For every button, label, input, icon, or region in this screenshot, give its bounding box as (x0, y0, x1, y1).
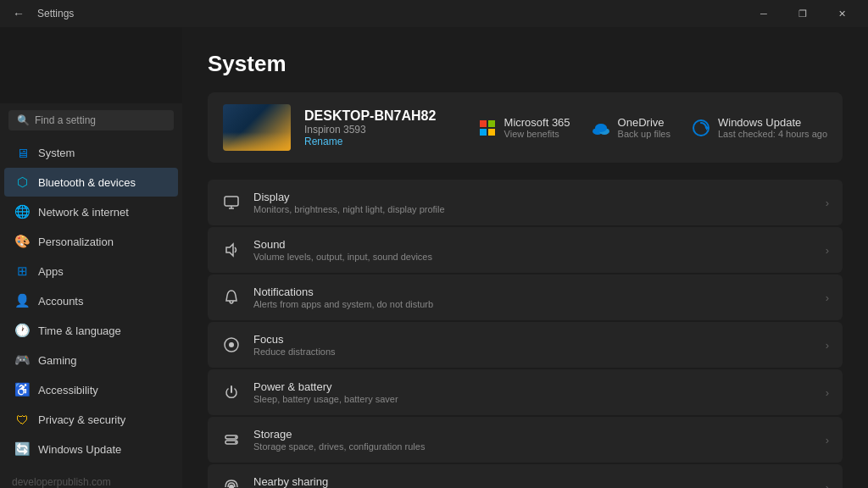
main-content: System DESKTOP-BN7AH82 Inspiron 3593 Ren… (182, 27, 868, 488)
nearby-settings-text: Nearby sharingDiscoverability, received … (253, 475, 814, 488)
service-onedrive[interactable]: OneDriveBack up files (591, 116, 670, 139)
svg-point-6 (595, 124, 607, 132)
apps-nav-icon: ⊞ (14, 263, 30, 279)
svg-rect-0 (480, 120, 487, 127)
watermark: developerpublish.com (0, 464, 182, 488)
windows-update-nav-icon: 🔄 (14, 441, 30, 457)
personalization-nav-label: Personalization (38, 236, 114, 248)
display-settings-icon (221, 192, 242, 213)
focus-settings-icon (221, 335, 242, 355)
nearby-settings-title: Nearby sharing (253, 475, 814, 488)
sidebar-item-apps[interactable]: ⊞Apps (4, 257, 178, 286)
svg-rect-1 (488, 120, 495, 127)
privacy-nav-icon: 🛡 (14, 412, 30, 427)
settings-item-power[interactable]: Power & batterySleep, battery usage, bat… (208, 369, 843, 415)
display-settings-sub: Monitors, brightness, night light, displ… (253, 204, 814, 214)
focus-chevron-icon: › (826, 339, 829, 352)
power-settings-icon (221, 382, 242, 402)
apps-nav-label: Apps (38, 265, 64, 278)
bluetooth-nav-label: Bluetooth & devices (38, 176, 136, 189)
focus-settings-title: Focus (253, 333, 814, 346)
accounts-nav-label: Accounts (38, 295, 83, 308)
service-winupdate[interactable]: Windows UpdateLast checked: 4 hours ago (691, 116, 827, 139)
app-body: 🔍 Find a setting 🖥System⬡Bluetooth & dev… (0, 27, 868, 488)
settings-item-nearby[interactable]: Nearby sharingDiscoverability, received … (208, 464, 843, 488)
sidebar-item-personalization[interactable]: 🎨Personalization (4, 227, 178, 256)
accessibility-nav-label: Accessibility (38, 384, 98, 396)
winupdate-logo-icon (691, 118, 711, 138)
settings-item-sound[interactable]: SoundVolume levels, output, input, sound… (208, 227, 843, 273)
focus-settings-text: FocusReduce distractions (253, 333, 814, 357)
svg-point-18 (235, 441, 236, 443)
settings-item-focus[interactable]: FocusReduce distractions› (208, 322, 843, 368)
power-settings-sub: Sleep, battery usage, battery saver (253, 394, 814, 404)
sidebar-item-time[interactable]: 🕐Time & language (4, 316, 178, 345)
onedrive-text: OneDriveBack up files (618, 116, 670, 139)
settings-item-notifications[interactable]: NotificationsAlerts from apps and system… (208, 274, 843, 320)
privacy-nav-label: Privacy & security (38, 413, 125, 426)
storage-settings-text: StorageStorage space, drives, configurat… (253, 428, 814, 452)
svg-rect-2 (480, 129, 487, 136)
sidebar-item-bluetooth[interactable]: ⬡Bluetooth & devices (4, 168, 178, 197)
settings-item-storage[interactable]: StorageStorage space, drives, configurat… (208, 417, 843, 463)
sidebar-item-network[interactable]: 🌐Network & internet (4, 197, 178, 226)
storage-settings-sub: Storage space, drives, configuration rul… (253, 441, 814, 452)
sidebar-item-accounts[interactable]: 👤Accounts (4, 286, 178, 315)
nearby-chevron-icon: › (826, 481, 829, 489)
service-ms365[interactable]: Microsoft 365View benefits (477, 116, 570, 139)
display-settings-title: Display (253, 191, 814, 203)
settings-item-display[interactable]: DisplayMonitors, brightness, night light… (208, 180, 843, 225)
accessibility-nav-icon: ♿ (14, 382, 30, 397)
storage-settings-icon (221, 430, 242, 450)
sidebar-item-privacy[interactable]: 🛡Privacy & security (4, 405, 178, 434)
sound-settings-title: Sound (253, 238, 814, 251)
personalization-nav-icon: 🎨 (14, 234, 30, 249)
onedrive-subtitle: Back up files (618, 129, 670, 139)
onedrive-logo-icon (591, 118, 611, 138)
system-model: Inspiron 3593 (304, 124, 464, 136)
system-nav-icon: 🖥 (14, 145, 30, 160)
sound-settings-sub: Volume levels, output, input, sound devi… (253, 252, 814, 262)
network-nav-icon: 🌐 (14, 204, 30, 219)
svg-marker-12 (226, 244, 233, 256)
system-card: DESKTOP-BN7AH82 Inspiron 3593 Rename Mic… (208, 92, 843, 163)
sound-settings-text: SoundVolume levels, output, input, sound… (253, 238, 814, 262)
page-title: System (208, 51, 843, 77)
sound-chevron-icon: › (826, 244, 829, 257)
sidebar-item-windows-update[interactable]: 🔄Windows Update (4, 435, 178, 463)
ms365-title: Microsoft 365 (504, 116, 570, 129)
sidebar-item-system[interactable]: 🖥System (4, 138, 178, 167)
search-placeholder: Find a setting (35, 114, 96, 126)
sound-settings-icon (221, 240, 242, 260)
titlebar: ← Settings ─ ❐ ✕ (0, 0, 868, 27)
focus-settings-sub: Reduce distractions (253, 347, 814, 357)
windows-update-nav-label: Windows Update (38, 443, 121, 456)
svg-point-14 (229, 342, 234, 347)
system-name: DESKTOP-BN7AH82 (304, 108, 464, 124)
sidebar-profile-image (0, 27, 182, 103)
rename-link[interactable]: Rename (304, 136, 464, 147)
winupdate-title: Windows Update (718, 116, 827, 129)
sidebar-item-accessibility[interactable]: ♿Accessibility (4, 375, 178, 404)
ms365-logo-icon (477, 118, 498, 138)
gaming-nav-label: Gaming (38, 354, 77, 367)
close-button[interactable]: ✕ (822, 0, 861, 27)
search-box[interactable]: 🔍 Find a setting (8, 110, 174, 130)
winupdate-subtitle: Last checked: 4 hours ago (718, 129, 827, 139)
ms365-subtitle: View benefits (504, 129, 570, 139)
minimize-button[interactable]: ─ (744, 0, 783, 27)
bluetooth-nav-icon: ⬡ (14, 175, 30, 190)
accounts-nav-icon: 👤 (14, 293, 30, 308)
display-settings-text: DisplayMonitors, brightness, night light… (253, 191, 814, 214)
power-settings-title: Power & battery (253, 380, 814, 393)
notifications-settings-icon (221, 287, 242, 308)
notifications-settings-title: Notifications (253, 286, 814, 298)
ms365-text: Microsoft 365View benefits (504, 116, 570, 139)
display-chevron-icon: › (826, 197, 829, 209)
restore-button[interactable]: ❐ (783, 0, 822, 27)
power-chevron-icon: › (826, 386, 829, 399)
svg-rect-3 (488, 129, 495, 136)
sidebar-item-gaming[interactable]: 🎮Gaming (4, 346, 178, 374)
gaming-nav-icon: 🎮 (14, 352, 30, 368)
back-button[interactable]: ← (7, 2, 31, 25)
